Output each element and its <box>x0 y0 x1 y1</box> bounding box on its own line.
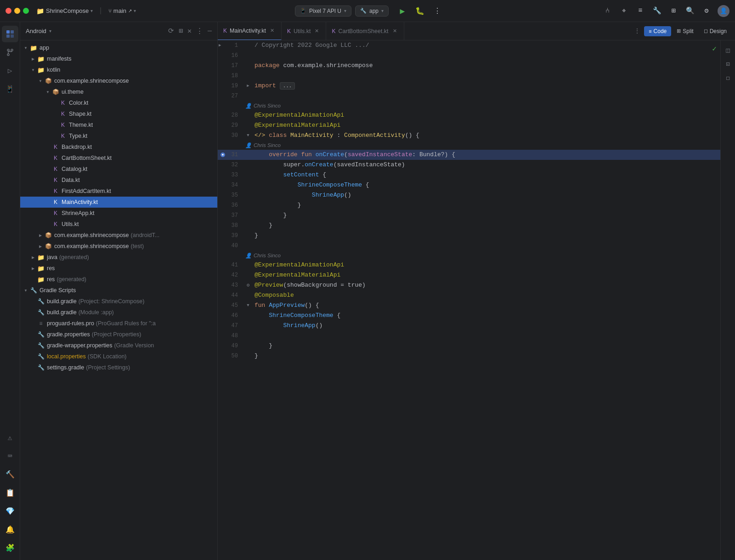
panel-minimize-icon[interactable]: — <box>208 27 212 35</box>
vcs-view-button[interactable] <box>2 44 18 61</box>
sync-icon[interactable]: ⟳ <box>168 27 174 35</box>
tree-item-res[interactable]: 📁 res <box>20 263 217 274</box>
vcs-icon[interactable]: ⑃ <box>602 6 613 17</box>
close-window-button[interactable] <box>6 8 11 14</box>
fold-gutter-30[interactable]: ▼ <box>247 130 249 141</box>
tree-item-Data.kt[interactable]: K Data.kt <box>20 175 217 186</box>
project-dropdown-icon[interactable]: ▾ <box>90 8 93 13</box>
search-icon[interactable]: 🔍 <box>684 6 695 17</box>
tab-CartBottomSheet[interactable]: K CartBottomSheet.kt ✕ <box>326 22 404 40</box>
tree-item-package-test[interactable]: 📦 com.example.shrinecompose (test) <box>20 241 217 252</box>
tab-Utils[interactable]: K Utils.kt ✕ <box>282 22 327 40</box>
collapsed-import[interactable]: ... <box>280 82 295 90</box>
app-quality-icon[interactable]: 🔧 <box>651 6 662 17</box>
tree-item-gradle-wrapper[interactable]: 🔧 gradle-wrapper.properties (Gradle Vers… <box>20 340 217 351</box>
tree-expand-icon[interactable]: ⊞ <box>179 27 183 35</box>
minimize-window-button[interactable] <box>14 8 20 14</box>
tree-leaf-CartBottomSheet <box>44 154 51 162</box>
build-button[interactable]: 🔨 <box>2 466 18 483</box>
run-view-button[interactable]: ▷ <box>2 62 18 79</box>
branch-dropdown-icon[interactable]: ▾ <box>134 8 136 13</box>
tree-item-MainActivity.kt[interactable]: K MainActivity.kt <box>20 197 217 208</box>
profiler-button[interactable]: 💎 <box>2 503 18 520</box>
code-view-button[interactable]: ≡ Code <box>644 26 671 36</box>
tree-item-kotlin[interactable]: 📁 kotlin <box>20 64 217 75</box>
panel-dropdown-icon[interactable]: ▾ <box>49 28 51 34</box>
tree-item-build-gradle-app[interactable]: 🔧 build.gradle (Module :app) <box>20 307 217 318</box>
tree-item-Theme.kt[interactable]: K Theme.kt <box>20 119 217 130</box>
logcat-button[interactable]: 📋 <box>2 485 18 501</box>
tree-item-Catalog.kt[interactable]: K Catalog.kt <box>20 164 217 175</box>
tree-item-gradle-scripts[interactable]: 🔧 Gradle Scripts <box>20 285 217 296</box>
line-gutter-39 <box>243 231 253 241</box>
plugins-button[interactable]: 🧩 <box>2 540 18 556</box>
tree-item-settings-gradle[interactable]: 🔧 settings.gradle (Project Settings) <box>20 362 217 373</box>
problems-button[interactable]: ⚠ <box>2 430 18 446</box>
right-view-icon-3[interactable]: ◻ <box>722 72 734 84</box>
notifications-button[interactable]: 🔔 <box>2 521 18 538</box>
tree-item-Shape.kt[interactable]: K Shape.kt <box>20 108 217 119</box>
tab-close-MainActivity[interactable]: ✕ <box>269 27 276 34</box>
user-avatar[interactable]: 👤 <box>718 5 729 17</box>
breakpoint-dot-31[interactable]: ● <box>220 153 225 157</box>
tree-item-ShrineApp.kt[interactable]: K ShrineApp.kt <box>20 208 217 219</box>
tree-item-Backdrop.kt[interactable]: K Backdrop.kt <box>20 141 217 153</box>
debug-button[interactable]: 🐛 <box>414 6 425 17</box>
tree-item-Utils.kt[interactable]: K Utils.kt <box>20 219 217 230</box>
tree-item-Color.kt[interactable]: K Color.kt <box>20 97 217 108</box>
branch-selector[interactable]: ⑂ main ↗ ▾ <box>108 7 136 14</box>
code-line-33: 33 setContent { <box>218 170 720 180</box>
line-gutter-47 <box>243 321 253 331</box>
terminal-button[interactable]: ⌨ <box>2 448 18 464</box>
project-title[interactable]: 📁 ShrineCompose ▾ <box>36 7 93 15</box>
code-scroll-area[interactable]: ▶ 1 / Copyright 2022 Google LLC .../ 16 … <box>218 40 720 560</box>
tree-item-uitheme[interactable]: 📦 ui.theme <box>20 86 217 97</box>
layout-inspector-icon[interactable]: ⊞ <box>668 6 679 17</box>
tree-collapse-icon[interactable]: ✕ <box>187 27 192 35</box>
tab-close-CartBottomSheet[interactable]: ✕ <box>391 28 398 34</box>
tree-item-gradle-properties[interactable]: 🔧 gradle.properties (Project Properties) <box>20 329 217 340</box>
tree-item-manifests[interactable]: 📁 manifests <box>20 53 217 64</box>
line-code-16 <box>253 51 720 61</box>
find-usages-icon[interactable]: ⌖ <box>618 6 629 17</box>
tree-item-Type.kt[interactable]: K Type.kt <box>20 130 217 141</box>
design-view-button[interactable]: ◻ Design <box>699 26 731 36</box>
fold-icon-1[interactable]: ▶ <box>219 40 221 51</box>
tree-item-res-generated[interactable]: 📁 res (generated) <box>20 274 217 285</box>
tab-close-Utils[interactable]: ✕ <box>313 28 320 34</box>
tree-item-local-properties[interactable]: 🔧 local.properties (SDK Location) <box>20 351 217 362</box>
folder-icon-res: 📁 <box>37 264 45 272</box>
line-num-36: 36 <box>218 200 243 210</box>
settings-gutter-43[interactable]: ⚙ <box>247 280 250 290</box>
project-view-button[interactable] <box>2 26 18 42</box>
tab-MainActivity[interactable]: K MainActivity.kt ✕ <box>218 22 282 40</box>
right-view-icon-2[interactable]: ⊡ <box>722 58 734 70</box>
run-config-selector[interactable]: 🔧 app ▾ <box>355 6 389 17</box>
settings-icon[interactable]: ⚙ <box>701 6 712 17</box>
tree-item-FirstAddCartItem.kt[interactable]: K FirstAddCartItem.kt <box>20 186 217 197</box>
device-manager-button[interactable]: 📱 <box>2 81 18 97</box>
fold-gutter-45[interactable]: ▼ <box>247 300 249 311</box>
split-view-button[interactable]: ⊞ Split <box>672 26 698 36</box>
device-selector[interactable]: 📱 Pixel 7 API U ▾ <box>295 6 351 17</box>
tree-item-package-main[interactable]: 📦 com.example.shrinecompose <box>20 75 217 86</box>
tree-label-Shape.kt: Shape.kt <box>69 111 91 117</box>
tree-item-CartBottomSheet.kt[interactable]: K CartBottomSheet.kt <box>20 153 217 164</box>
code-editor[interactable]: ▶ 1 / Copyright 2022 Google LLC .../ 16 … <box>218 40 735 560</box>
tree-item-package-android[interactable]: 📦 com.example.shrinecompose (androidT... <box>20 230 217 241</box>
more-run-options[interactable]: ⋮ <box>432 6 443 17</box>
tab-overflow-icon[interactable]: ⋮ <box>631 25 643 37</box>
tree-item-proguard[interactable]: ≡ proguard-rules.pro (ProGuard Rules for… <box>20 318 217 329</box>
tree-item-build-gradle-project[interactable]: 🔧 build.gradle (Project: ShrineCompose) <box>20 296 217 307</box>
tree-label-package-main: com.example.shrinecompose <box>54 78 129 84</box>
tree-label-build-project-extra: (Project: ShrineCompose) <box>79 298 145 305</box>
maximize-window-button[interactable] <box>23 8 29 14</box>
run-button[interactable]: ▶ <box>397 6 408 17</box>
tree-item-java-generated[interactable]: 📁 java (generated) <box>20 252 217 263</box>
right-view-icon-1[interactable]: ◫ <box>722 44 734 56</box>
tree-item-app[interactable]: 📁 app <box>20 42 217 53</box>
panel-settings-icon[interactable]: ⋮ <box>196 27 203 35</box>
run-manager-icon[interactable]: ≡ <box>635 6 646 17</box>
fold-gutter-19[interactable]: ▶ <box>247 81 249 91</box>
tree-leaf-MainActivity <box>44 198 51 206</box>
